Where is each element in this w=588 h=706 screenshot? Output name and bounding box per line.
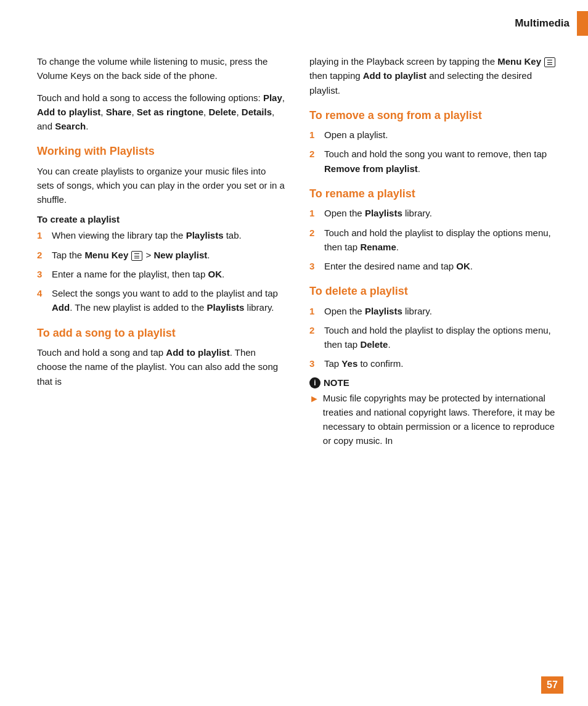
create-heading: To create a playlist — [37, 214, 285, 224]
list-item: 1 Open the Playlists library. — [309, 304, 557, 318]
working-body: You can create playlists to organize you… — [37, 164, 285, 207]
working-heading: Working with Playlists — [37, 144, 285, 158]
note-icon: i — [309, 377, 321, 388]
list-item: 1 When viewing the library tap the Playl… — [37, 228, 285, 242]
intro-para2: Touch and hold a song to access the foll… — [37, 91, 285, 134]
remove-list: 1 Open a playlist. 2 Touch and hold the … — [309, 128, 557, 176]
note-arrow-icon: ► — [309, 392, 319, 407]
page-header: Multimedia — [0, 0, 588, 42]
page-number-container: 57 — [541, 676, 563, 694]
rename-heading: To rename a playlist — [309, 187, 557, 201]
remove-heading: To remove a song from a playlist — [309, 109, 557, 123]
note-bullet: ► Music file copyrights may be protected… — [309, 391, 557, 448]
list-item: 1 Open the Playlists library. — [309, 206, 557, 220]
add-body-continued: playing in the Playback screen by tappin… — [309, 54, 557, 97]
note-section: i NOTE ► Music file copyrights may be pr… — [309, 377, 557, 448]
header-orange-bar — [577, 11, 588, 36]
list-item: 4 Select the songs you want to add to th… — [37, 286, 285, 315]
main-content: To change the volume while listening to … — [0, 42, 588, 473]
list-item: 2 Touch and hold the playlist to display… — [309, 226, 557, 255]
list-item: 3 Tap Yes to confirm. — [309, 356, 557, 371]
delete-heading: To delete a playlist — [309, 284, 557, 298]
delete-list: 1 Open the Playlists library. 2 Touch an… — [309, 304, 557, 371]
menu-key-icon: ☰ — [131, 251, 142, 261]
list-item: 2 Touch and hold the song you want to re… — [309, 147, 557, 176]
list-item: 3 Enter the desired name and tap OK. — [309, 259, 557, 273]
left-column: To change the volume while listening to … — [37, 54, 285, 448]
list-item: 1 Open a playlist. — [309, 128, 557, 142]
add-heading: To add a song to a playlist — [37, 326, 285, 340]
intro-para1: To change the volume while listening to … — [37, 54, 285, 83]
page-number: 57 — [541, 676, 563, 694]
list-item: 3 Enter a name for the playlist, then ta… — [37, 267, 285, 281]
menu-key-icon-right: ☰ — [544, 57, 555, 67]
list-item: 2 Touch and hold the playlist to display… — [309, 323, 557, 352]
right-column: playing in the Playback screen by tappin… — [309, 54, 557, 448]
create-list: 1 When viewing the library tap the Playl… — [37, 228, 285, 314]
list-item: 2 Tap the Menu Key ☰ > New playlist. — [37, 248, 285, 262]
note-heading: i NOTE — [309, 377, 557, 388]
header-title: Multimedia — [515, 17, 570, 30]
rename-list: 1 Open the Playlists library. 2 Touch an… — [309, 206, 557, 273]
add-body: Touch and hold a song and tap Add to pla… — [37, 345, 285, 388]
